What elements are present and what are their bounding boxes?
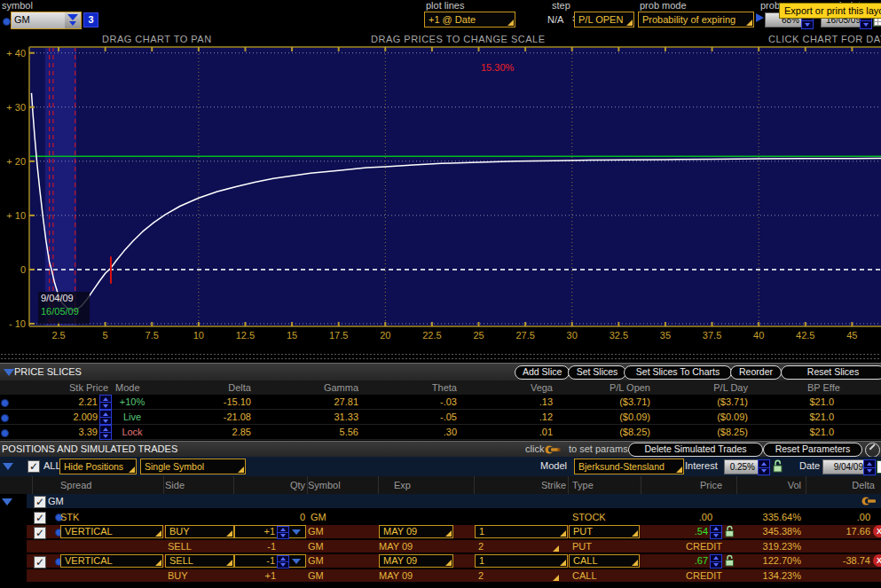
x-tick-label: 30 bbox=[567, 330, 578, 341]
slice-theta: .30 bbox=[444, 427, 457, 437]
side-dropdown[interactable]: SELL bbox=[165, 554, 234, 568]
slice-mode[interactable]: Live bbox=[113, 412, 152, 422]
strike-value: 2 bbox=[478, 570, 484, 581]
header-separator bbox=[163, 476, 164, 494]
qty-value: -1 bbox=[266, 555, 275, 567]
slice-gamma: 5.56 bbox=[340, 427, 358, 437]
qty-dropdown[interactable]: +1 bbox=[234, 525, 306, 538]
reset-slices-button[interactable]: Reset Slices bbox=[781, 365, 881, 380]
splitter-handle[interactable] bbox=[0, 352, 881, 361]
spread-dropdown[interactable]: VERTICAL bbox=[60, 554, 163, 568]
slice-vega: .12 bbox=[539, 412, 553, 422]
y-tick-label: + 10 bbox=[6, 210, 26, 221]
strike-dropdown-fold[interactable] bbox=[553, 545, 559, 552]
x-tick-label: 37.5 bbox=[703, 330, 721, 341]
side-dropdown[interactable]: BUY bbox=[165, 525, 234, 538]
type-value: STOCK bbox=[572, 512, 606, 522]
slice-vega: .01 bbox=[539, 427, 553, 437]
date-stepper[interactable] bbox=[863, 459, 876, 475]
group-symbol-label: GM bbox=[48, 496, 64, 506]
slice-mode[interactable]: Lock bbox=[113, 427, 152, 437]
price-lock-icon[interactable] bbox=[724, 554, 735, 567]
delete-simulated-trades-button[interactable]: Delete Simulated Trades bbox=[628, 443, 763, 457]
slice-price-stepper[interactable] bbox=[99, 395, 112, 410]
type-dropdown[interactable]: CALL bbox=[569, 554, 640, 568]
slice-gamma: 31.33 bbox=[334, 412, 358, 422]
chart-date-tooltip: 9/04/09 16/05/09 bbox=[38, 292, 90, 324]
reorder-button[interactable]: Reorder bbox=[730, 365, 782, 380]
x-tick-label: 27.5 bbox=[515, 330, 534, 341]
edit-circle-button[interactable] bbox=[865, 443, 880, 458]
y-tick-label: + 30 bbox=[6, 102, 26, 113]
slice-price-value: 2.21 bbox=[79, 396, 98, 407]
single-symbol-dropdown[interactable]: Single Symbol bbox=[140, 459, 246, 474]
qty-stepper[interactable] bbox=[277, 526, 289, 539]
chart-date-2: 16/05/09 bbox=[41, 306, 87, 317]
delete-leg-icon[interactable]: X bbox=[873, 525, 881, 537]
qty-stepper[interactable] bbox=[277, 555, 289, 568]
slice-pl-open: ($8.25) bbox=[619, 427, 650, 437]
strike-dropdown[interactable]: 1 bbox=[475, 554, 568, 568]
price-lock-icon[interactable] bbox=[724, 525, 735, 537]
add-slice-button[interactable]: Add Slice bbox=[515, 365, 570, 380]
spread-dropdown[interactable]: VERTICAL bbox=[60, 525, 163, 538]
type-dropdown[interactable]: PUT bbox=[569, 525, 640, 538]
wrench-icon[interactable] bbox=[861, 497, 879, 506]
calendar-icon[interactable] bbox=[877, 460, 881, 474]
interest-label: Interest bbox=[685, 460, 718, 471]
slice-price-value: 3.39 bbox=[79, 427, 98, 437]
qty-dropdown-arrow[interactable] bbox=[292, 529, 301, 535]
column-header-price: Price bbox=[700, 480, 722, 490]
set-slices-to-charts-button[interactable]: Set Slices To Charts bbox=[624, 365, 732, 380]
exp-dropdown[interactable]: MAY 09 bbox=[379, 525, 453, 538]
price-slices-bar: PRICE SLICES Add Slice Set Slices Set Sl… bbox=[0, 363, 881, 380]
interest-input[interactable]: 0.25% bbox=[724, 459, 759, 474]
strike-dropdown-fold[interactable] bbox=[553, 575, 559, 581]
collapse-positions-icon[interactable] bbox=[3, 463, 13, 470]
y-tick-label: + 40 bbox=[6, 48, 26, 59]
header-separator bbox=[474, 476, 475, 494]
price-slice-row: 2.009Live-21.0831.33-.05.12($0.09)($0.09… bbox=[0, 410, 881, 425]
delta-value: -38.74 bbox=[843, 555, 870, 566]
x-tick-label: 42.5 bbox=[796, 330, 814, 341]
delete-leg-icon[interactable]: X bbox=[873, 554, 881, 567]
hide-positions-dropdown[interactable]: Hide Positions bbox=[59, 459, 137, 474]
delta-value: .00 bbox=[857, 512, 870, 522]
group-checkbox[interactable]: ✓ bbox=[34, 496, 46, 508]
slice-price-stepper[interactable] bbox=[99, 410, 112, 425]
date-input[interactable]: 9/04/09 bbox=[822, 459, 867, 474]
collapse-price-slices-icon[interactable] bbox=[4, 369, 14, 376]
y-tick-label: 0 bbox=[20, 264, 26, 275]
x-tick-label: 32.5 bbox=[610, 330, 628, 341]
slice-pl-day: ($0.09) bbox=[717, 412, 748, 422]
qty-dropdown-arrow[interactable] bbox=[292, 559, 301, 564]
collapse-group-icon[interactable] bbox=[2, 498, 12, 506]
price-value: .54 bbox=[695, 526, 708, 537]
reset-parameters-button[interactable]: Reset Parameters bbox=[763, 443, 862, 457]
model-dropdown[interactable]: Bjerksund-Stensland bbox=[574, 459, 684, 474]
column-header-side: Side bbox=[165, 480, 185, 490]
price-stepper[interactable] bbox=[710, 525, 722, 539]
price-stepper[interactable] bbox=[710, 554, 722, 568]
all-checkbox[interactable]: ✓ bbox=[28, 460, 40, 473]
qty-value: -1 bbox=[267, 541, 276, 552]
vol-value: 134.23% bbox=[763, 570, 801, 581]
column-header-type: Type bbox=[572, 480, 594, 490]
position-row: SELL-1MAY 092PUTCREDIT319.23%GM bbox=[0, 540, 881, 553]
slice-price-stepper[interactable] bbox=[99, 425, 112, 440]
unlock-icon[interactable] bbox=[772, 459, 783, 473]
position-checkbox[interactable]: ✓ bbox=[34, 527, 46, 539]
price-slices-header: Stk PriceModeDeltaGammaThetaVegaP/L Open… bbox=[0, 380, 881, 395]
slice-bp-effect: $21.0 bbox=[809, 427, 834, 437]
strike-dropdown[interactable]: 1 bbox=[475, 525, 568, 538]
set-slices-button[interactable]: Set Slices bbox=[568, 365, 626, 380]
position-checkbox[interactable]: ✓ bbox=[34, 512, 46, 524]
pl-analysis-chart[interactable]: 2.557.51012.51517.52022.52527.53032.5353… bbox=[0, 0, 881, 355]
slice-mode[interactable]: +10% bbox=[113, 396, 152, 407]
position-checkbox[interactable]: ✓ bbox=[34, 556, 46, 568]
positions-title: POSITIONS AND SIMULATED TRADES bbox=[2, 443, 177, 454]
exp-dropdown[interactable]: MAY 09 bbox=[379, 554, 453, 568]
qty-dropdown[interactable]: -1 bbox=[234, 554, 306, 568]
column-header-qty: Qty bbox=[290, 480, 305, 490]
interest-stepper[interactable] bbox=[758, 459, 770, 475]
